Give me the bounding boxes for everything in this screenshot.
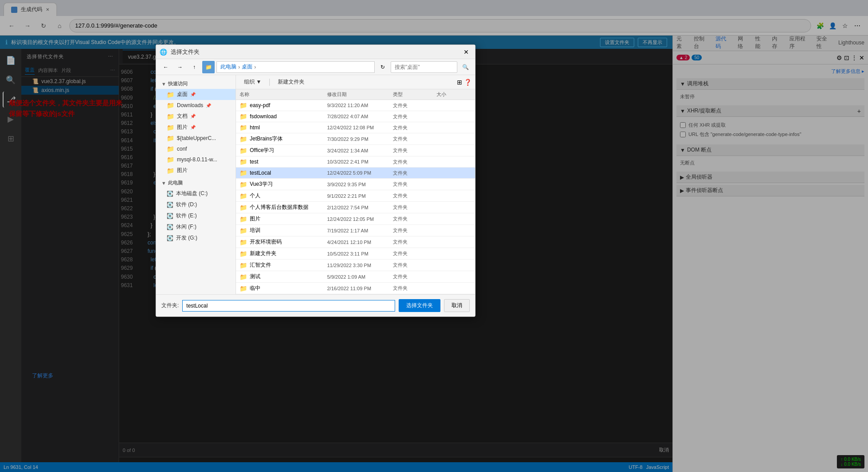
file-row-1[interactable]: 📁 fsdownload 7/28/2022 4:07 AM 文件夹 xyxy=(236,111,475,122)
dialog-title: 选择文件夹 xyxy=(171,48,457,56)
drive-d-icon: 💽 xyxy=(167,202,173,208)
drive-g[interactable]: 💽 开发 (G:) xyxy=(156,232,236,244)
breadcrumb-sep-1: › xyxy=(254,64,256,70)
drive-g-label: 开发 (G:) xyxy=(176,234,197,242)
file-row-7[interactable]: 📁 Vue3学习 3/9/2022 9:35 PM 文件夹 xyxy=(236,179,475,190)
file-row-10[interactable]: 📁 图片 12/24/2022 12:05 PM 文件夹 xyxy=(236,213,475,225)
file-name-text-0: easy-pdf xyxy=(250,102,270,108)
file-type-12: 文件夹 xyxy=(393,239,436,245)
sidebar-conf[interactable]: 📁 conf xyxy=(156,144,236,154)
back-nav-btn[interactable]: ← xyxy=(160,61,172,73)
search-btn[interactable]: 🔍 xyxy=(459,61,472,73)
col-size[interactable]: 大小 xyxy=(436,91,472,98)
col-name[interactable]: 名称 xyxy=(240,91,327,98)
new-folder-button[interactable]: 新建文件夹 xyxy=(273,77,309,87)
file-type-11: 文件夹 xyxy=(393,227,436,234)
file-name-text-6: testLocal xyxy=(250,170,271,176)
file-row-13[interactable]: 📁 新建文件夹 10/5/2022 3:11 PM 文件夹 xyxy=(236,248,475,260)
pics-folder-icon: 📁 xyxy=(167,124,174,131)
file-date-8: 9/1/2022 2:21 PM xyxy=(327,193,393,199)
file-row-11[interactable]: 📁 培训 7/19/2022 1:17 AM 文件夹 xyxy=(236,225,475,236)
file-type-6: 文件夹 xyxy=(393,170,436,176)
file-row-2[interactable]: 📁 html 12/24/2022 12:08 PM 文件夹 xyxy=(236,122,475,133)
sidebar-img[interactable]: 📁 图片 xyxy=(156,165,236,176)
drive-f-label: 休闲 (F:) xyxy=(176,223,196,231)
file-row-6[interactable]: 📁 testLocal 12/24/2022 5:09 PM 文件夹 xyxy=(236,168,475,179)
sidebar-desktop[interactable]: 📁 桌面 📌 xyxy=(156,89,236,100)
sidebar-pictures[interactable]: 📁 图片 📌 xyxy=(156,122,236,133)
help-icon[interactable]: ❓ xyxy=(464,79,472,86)
file-row-16[interactable]: 📁 临中 2/16/2022 11:09 PM 文件夹 xyxy=(236,283,475,294)
breadcrumb-bar[interactable]: 此电脑 › 桌面 › xyxy=(216,61,375,73)
file-date-11: 7/19/2022 1:17 AM xyxy=(327,228,393,233)
col-date[interactable]: 修改日期 xyxy=(327,91,393,98)
file-type-13: 文件夹 xyxy=(393,250,436,257)
file-date-3: 7/30/2022 9:29 PM xyxy=(327,136,393,142)
file-row-15[interactable]: 📁 测试 5/9/2022 1:09 AM 文件夹 xyxy=(236,271,475,283)
filename-input[interactable] xyxy=(182,300,395,312)
file-date-14: 11/29/2022 3:30 PM xyxy=(327,263,393,268)
file-name-text-4: Office学习 xyxy=(250,147,274,154)
cancel-button[interactable]: 取消 xyxy=(444,299,470,312)
breadcrumb-sep-0: › xyxy=(238,64,240,70)
view-icon[interactable]: ⊞ xyxy=(457,79,462,86)
file-folder-icon-8: 📁 xyxy=(240,192,247,200)
desktop-pin: 📌 xyxy=(190,92,196,97)
downloads-pin: 📌 xyxy=(206,103,211,108)
refresh-nav-btn[interactable]: ↻ xyxy=(376,61,389,73)
breadcrumb-pc[interactable]: 此电脑 xyxy=(220,63,236,71)
file-name-text-2: html xyxy=(250,124,260,131)
folder-nav-btn[interactable]: 📁 xyxy=(202,61,215,73)
file-type-3: 文件夹 xyxy=(393,136,436,142)
file-row-9[interactable]: 📁 个人博客后台数据库数据 2/12/2022 7:54 PM 文件夹 xyxy=(236,202,475,213)
sidebar-item-4[interactable]: 📁 ${tableUpperC... xyxy=(156,133,236,144)
file-row-8[interactable]: 📁 个人 9/1/2022 2:21 PM 文件夹 xyxy=(236,190,475,202)
file-type-9: 文件夹 xyxy=(393,204,436,211)
mysql-label: mysql-8.0.11-w... xyxy=(177,156,217,163)
file-list: 📁 easy-pdf 9/3/2022 11:20 AM 文件夹 📁 fsdow… xyxy=(236,100,475,294)
col-type[interactable]: 类型 xyxy=(393,91,436,98)
filename-label: 文件夹: xyxy=(161,302,179,309)
this-pc-arrow: ▼ xyxy=(161,180,166,186)
sidebar-documents[interactable]: 📁 文档 📌 xyxy=(156,111,236,122)
docs-folder-icon: 📁 xyxy=(167,113,174,120)
drive-e[interactable]: 💽 软件 (E:) xyxy=(156,210,236,221)
drive-c[interactable]: 💽 本地磁盘 (C:) xyxy=(156,188,236,199)
drive-d[interactable]: 💽 软件 (D:) xyxy=(156,199,236,210)
file-row-3[interactable]: 📁 JetBrains字体 7/30/2022 9:29 PM 文件夹 xyxy=(236,133,475,145)
organize-button[interactable]: 组织 ▼ xyxy=(240,77,266,87)
view-controls: ⊞ ❓ xyxy=(457,79,472,86)
file-type-10: 文件夹 xyxy=(393,216,436,222)
drive-e-icon: 💽 xyxy=(167,213,173,219)
file-folder-icon-11: 📁 xyxy=(240,227,247,234)
dialog-footer: 文件夹: 选择文件夹 取消 xyxy=(156,294,475,316)
file-name-text-11: 培训 xyxy=(250,227,260,234)
file-date-16: 2/16/2022 11:09 PM xyxy=(327,286,393,291)
file-date-2: 12/24/2022 12:08 PM xyxy=(327,125,393,130)
drive-g-icon: 💽 xyxy=(167,235,173,241)
dialog-close-btn[interactable]: ✕ xyxy=(461,47,472,57)
file-row-14[interactable]: 📁 汇智文件 11/29/2022 3:30 PM 文件夹 xyxy=(236,260,475,271)
drive-f[interactable]: 💽 休闲 (F:) xyxy=(156,221,236,232)
sidebar-downloads[interactable]: 📁 Downloads 📌 xyxy=(156,100,236,111)
file-type-2: 文件夹 xyxy=(393,124,436,131)
file-row-0[interactable]: 📁 easy-pdf 9/3/2022 11:20 AM 文件夹 xyxy=(236,100,475,111)
file-row-5[interactable]: 📁 test 10/3/2022 2:41 PM 文件夹 xyxy=(236,156,475,168)
file-type-14: 文件夹 xyxy=(393,262,436,268)
file-date-15: 5/9/2022 1:09 AM xyxy=(327,274,393,280)
drive-d-label: 软件 (D:) xyxy=(176,201,197,208)
file-folder-icon-10: 📁 xyxy=(240,216,247,223)
up-nav-btn[interactable]: ↑ xyxy=(188,61,200,73)
breadcrumb-desktop[interactable]: 桌面 xyxy=(242,63,252,71)
file-row-4[interactable]: 📁 Office学习 3/24/2022 1:34 AM 文件夹 xyxy=(236,145,475,156)
select-folder-button[interactable]: 选择文件夹 xyxy=(399,299,440,312)
search-input[interactable] xyxy=(391,61,457,73)
file-name-text-15: 测试 xyxy=(250,273,260,280)
forward-nav-btn[interactable]: → xyxy=(174,61,186,73)
file-date-10: 12/24/2022 12:05 PM xyxy=(327,216,393,222)
sidebar-mysql[interactable]: 📁 mysql-8.0.11-w... xyxy=(156,154,236,165)
file-list-header: 名称 修改日期 类型 大小 xyxy=(236,89,475,100)
drive-f-icon: 💽 xyxy=(167,224,173,230)
file-folder-icon-12: 📁 xyxy=(240,239,247,246)
file-row-12[interactable]: 📁 开发环境密码 4/24/2021 12:10 PM 文件夹 xyxy=(236,236,475,248)
